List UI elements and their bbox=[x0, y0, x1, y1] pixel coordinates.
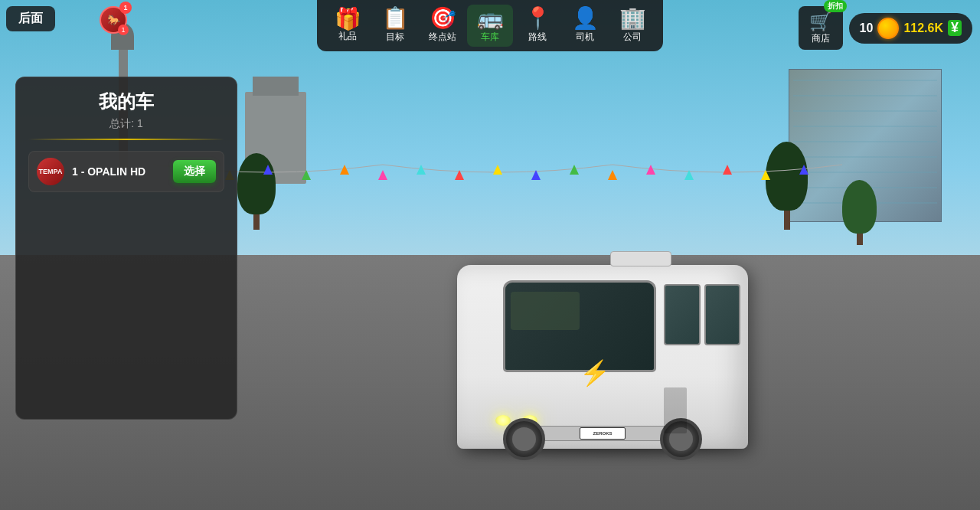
svg-marker-16 bbox=[799, 165, 808, 175]
nav-label-target: 目标 bbox=[386, 31, 404, 44]
coin-count: 10 bbox=[860, 21, 874, 35]
nav-label-gift: 礼品 bbox=[338, 30, 357, 43]
bus-display: ⚡ ZEROKS bbox=[442, 188, 763, 449]
nav-label-garage: 车库 bbox=[481, 31, 499, 44]
nav-label-company: 公司 bbox=[623, 31, 642, 44]
player-indicator: 🐎 1 1 bbox=[100, 6, 127, 34]
nav-item-company[interactable]: 🏢 公司 bbox=[609, 5, 655, 47]
svg-marker-2 bbox=[263, 165, 273, 175]
level-badge: 1 bbox=[118, 25, 129, 35]
nav-item-route[interactable]: 📍 路线 bbox=[514, 5, 560, 47]
discount-badge: 折扣 bbox=[824, 0, 847, 12]
svg-marker-11 bbox=[608, 170, 617, 180]
garage-icon: 🚌 bbox=[477, 8, 504, 29]
nav-item-terminal[interactable]: 🎯 终点站 bbox=[420, 5, 466, 47]
side-panel-cars: 我的车 总计: 1 TEMPA 1 - OPALIN HD 选择 bbox=[15, 77, 237, 420]
car-name: 1 - OPALIN HD bbox=[72, 165, 165, 178]
svg-marker-10 bbox=[570, 165, 579, 175]
nav-label-terminal: 终点站 bbox=[429, 31, 456, 44]
target-icon: 📋 bbox=[382, 8, 409, 29]
nav-item-driver[interactable]: 👤 司机 bbox=[562, 5, 608, 47]
route-icon: 📍 bbox=[524, 8, 551, 29]
nav-item-gift[interactable]: 🎁 礼品 bbox=[325, 5, 371, 46]
nav-label-route: 路线 bbox=[528, 31, 547, 44]
back-button[interactable]: 后面 bbox=[6, 6, 55, 31]
panel-title: 我的车 bbox=[28, 90, 224, 114]
bunting-decoration bbox=[153, 161, 842, 191]
nav-item-garage[interactable]: 🚌 车库 bbox=[467, 5, 513, 47]
panel-empty-space bbox=[28, 192, 224, 407]
company-icon: 🏢 bbox=[619, 8, 646, 29]
panel-divider bbox=[28, 139, 224, 140]
tree bbox=[842, 180, 877, 245]
bus-door-area bbox=[664, 387, 687, 433]
yen-icon: ¥ bbox=[948, 20, 962, 36]
svg-marker-4 bbox=[340, 165, 349, 175]
cash-amount: 112.6K bbox=[903, 21, 943, 35]
panel-subtitle: 总计: 1 bbox=[28, 117, 224, 131]
top-navigation: 🎁 礼品 📋 目标 🎯 终点站 🚌 车库 📍 路线 👤 司机 🏢 公司 bbox=[317, 0, 663, 51]
bus-body: ⚡ ZEROKS bbox=[457, 265, 748, 449]
car-list-item[interactable]: TEMPA 1 - OPALIN HD 选择 bbox=[28, 151, 224, 192]
svg-marker-12 bbox=[646, 165, 655, 175]
shop-button[interactable]: 折扣 🛒 商店 bbox=[799, 6, 843, 50]
svg-marker-5 bbox=[378, 170, 387, 180]
svg-marker-8 bbox=[493, 165, 502, 175]
select-button[interactable]: 选择 bbox=[173, 160, 216, 183]
gift-icon: 🎁 bbox=[335, 7, 361, 31]
license-plate: ZEROKS bbox=[580, 427, 626, 440]
car-brand-icon: TEMPA bbox=[37, 158, 64, 185]
nav-label-driver: 司机 bbox=[576, 31, 594, 44]
bus-window-1 bbox=[664, 284, 701, 345]
bus-side-windows bbox=[664, 284, 740, 345]
currency-bar: 折扣 🛒 商店 10 112.6K ¥ bbox=[799, 6, 972, 50]
coins-display: 10 112.6K ¥ bbox=[849, 13, 972, 44]
coin-icon bbox=[877, 18, 899, 39]
svg-marker-6 bbox=[416, 165, 426, 175]
bus-interior bbox=[511, 292, 580, 330]
nav-item-target[interactable]: 📋 目标 bbox=[372, 5, 418, 47]
gift-icon-wrapper: 🎁 bbox=[335, 8, 361, 30]
bus-logo: ⚡ bbox=[580, 358, 610, 387]
bus-roof-ac bbox=[610, 251, 671, 266]
shop-icon: 🛒 bbox=[809, 11, 832, 32]
svg-marker-14 bbox=[723, 165, 732, 175]
bus-window-2 bbox=[704, 284, 741, 345]
shop-label: 商店 bbox=[812, 32, 830, 45]
driver-icon: 👤 bbox=[572, 8, 599, 29]
bus-wheel-left bbox=[503, 418, 545, 460]
terminal-icon: 🎯 bbox=[430, 8, 456, 29]
notification-badge: 1 bbox=[119, 2, 132, 14]
